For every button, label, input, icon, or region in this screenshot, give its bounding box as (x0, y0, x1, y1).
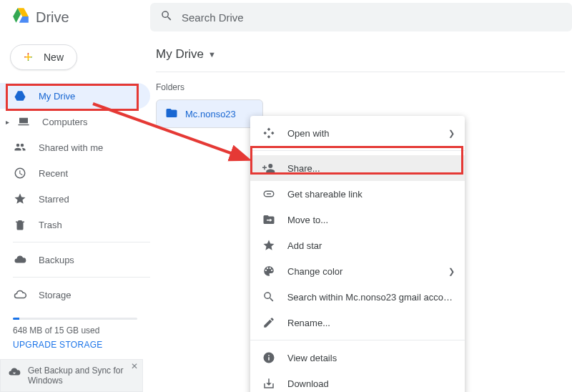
new-button[interactable]: New (10, 44, 77, 70)
app-name: Drive (36, 9, 69, 26)
star-icon (13, 192, 27, 206)
menu-search-within[interactable]: Search within Mc.nonso23 gmail account (250, 284, 465, 310)
chevron-right-icon: ❯ (448, 129, 455, 138)
expand-icon: ▸ (6, 118, 9, 126)
info-icon (262, 351, 276, 364)
cloud-download-icon (8, 366, 21, 386)
person-add-icon (262, 162, 276, 175)
sidebar-item-backups[interactable]: Backups (0, 247, 150, 273)
upgrade-storage-link[interactable]: UPGRADE STORAGE (13, 340, 137, 350)
menu-share[interactable]: Share... (250, 155, 465, 181)
storage-bar (13, 318, 137, 320)
plus-icon (24, 51, 36, 64)
sidebar-item-my-drive[interactable]: My Drive (0, 83, 150, 109)
folders-section-title: Folders (156, 82, 565, 92)
palette-icon (262, 265, 276, 278)
search-input[interactable] (182, 11, 562, 24)
chevron-down-icon: ▼ (208, 50, 216, 59)
menu-download[interactable]: Download (250, 371, 465, 392)
computer-icon (16, 114, 31, 129)
sidebar-item-computers[interactable]: ▸ Computers (0, 109, 150, 134)
chevron-right-icon: ❯ (448, 267, 455, 276)
star-icon (262, 239, 276, 252)
download-icon (262, 377, 276, 390)
folder-icon (165, 107, 178, 122)
trash-icon (13, 217, 27, 232)
promo-banner: Get Backup and Sync for Windows ✕ (0, 359, 143, 392)
sidebar-item-trash[interactable]: Trash (0, 212, 150, 237)
close-icon[interactable]: ✕ (131, 361, 138, 371)
cloud-outline-icon (13, 288, 27, 302)
context-menu: Open with ❯ Share... Get shareable link … (250, 116, 465, 392)
menu-add-star[interactable]: Add star (250, 232, 465, 258)
rename-icon (262, 316, 276, 329)
cloud-solid-icon (13, 253, 27, 267)
storage-used-text: 648 MB of 15 GB used (13, 325, 137, 335)
drive-logo-icon (11, 6, 30, 28)
clock-icon (13, 166, 27, 180)
menu-rename[interactable]: Rename... (250, 310, 465, 335)
sidebar-item-recent[interactable]: Recent (0, 160, 150, 186)
open-with-icon (262, 127, 276, 139)
search-icon (160, 9, 173, 25)
search-bar[interactable] (150, 3, 572, 31)
sidebar-item-starred[interactable]: Starred (0, 186, 150, 212)
breadcrumb[interactable]: My Drive ▼ (156, 47, 565, 72)
menu-change-color[interactable]: Change color ❯ (250, 258, 465, 284)
folder-card[interactable]: Mc.nonso23 (156, 99, 263, 128)
sidebar-item-storage: Storage (0, 282, 150, 308)
link-icon (262, 187, 276, 200)
sidebar-item-shared[interactable]: Shared with me (0, 134, 150, 160)
menu-get-link[interactable]: Get shareable link (250, 181, 465, 207)
menu-move-to[interactable]: Move to... (250, 207, 465, 232)
menu-view-details[interactable]: View details (250, 345, 465, 371)
drive-icon (13, 89, 27, 103)
move-icon (262, 213, 276, 226)
menu-open-with[interactable]: Open with ❯ (250, 120, 465, 146)
search-icon (262, 290, 276, 303)
people-icon (13, 140, 27, 155)
